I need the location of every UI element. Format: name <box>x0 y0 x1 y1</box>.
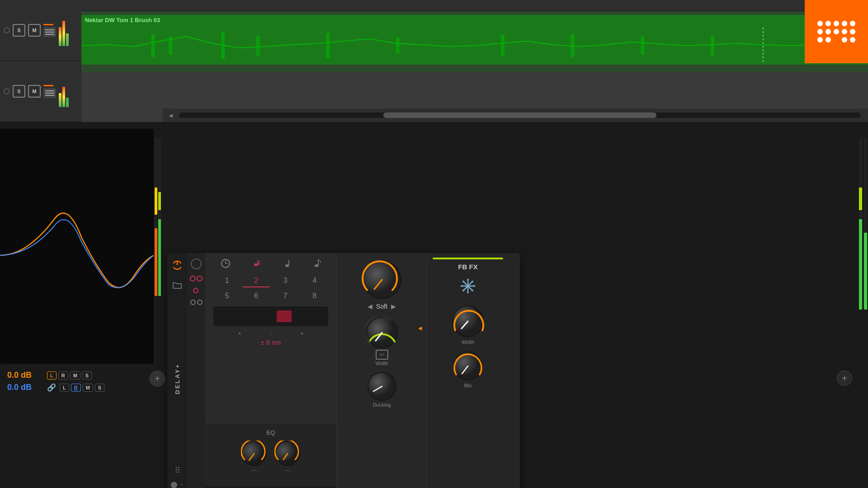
plugin-dots-button[interactable]: ⠿ <box>175 465 180 475</box>
svg-point-27 <box>285 264 289 267</box>
timeline-ruler <box>81 0 868 11</box>
plugin-key-button[interactable]: ⬤→ <box>170 481 184 488</box>
beat-5[interactable]: 5 <box>213 290 241 302</box>
beat-4[interactable]: 4 <box>301 275 329 287</box>
add-button-middle[interactable]: + <box>149 371 165 387</box>
eighth-note-icon[interactable] <box>314 258 321 270</box>
svg-point-23 <box>254 263 258 266</box>
ch-s-orange[interactable]: S <box>82 371 92 380</box>
freeze-icon[interactable] <box>433 278 503 296</box>
svg-point-47 <box>461 285 462 287</box>
width-knob-container: ◄ <box>341 316 422 366</box>
track1-menu[interactable] <box>43 27 56 37</box>
time-display: ± 6 ms <box>210 338 332 346</box>
track2-mute[interactable]: M <box>28 85 41 98</box>
dotted-note-icon[interactable] <box>252 258 262 270</box>
soft-knob[interactable] <box>362 259 402 300</box>
plugin-folder-button[interactable] <box>170 278 184 292</box>
ducking-knob-container: Ducking <box>341 371 422 408</box>
eq-section: EQ <box>205 424 336 485</box>
eq-knob2-container: ⌒ <box>274 441 301 479</box>
feedback-return-button[interactable]: ↩ <box>376 350 388 360</box>
scrollbar-thumb[interactable] <box>383 113 656 118</box>
daw-timeline: S M S M <box>0 0 868 122</box>
app-icon[interactable] <box>805 0 868 63</box>
ch-m-orange[interactable]: M <box>70 371 80 380</box>
beat-3[interactable]: 3 <box>272 275 299 287</box>
soft-next-button[interactable]: ▶ <box>391 303 396 310</box>
svg-rect-2 <box>221 32 225 59</box>
ch-r-blue[interactable]: R <box>71 384 81 392</box>
fbfx-width-knob[interactable] <box>452 305 484 338</box>
eq-label: EQ <box>210 429 332 436</box>
mix-label: Mix <box>464 383 472 388</box>
svg-rect-11 <box>0 129 154 364</box>
track1-solo[interactable]: S <box>13 24 25 37</box>
dots-grid <box>817 21 855 42</box>
link-circles[interactable] <box>190 276 203 282</box>
svg-rect-7 <box>571 34 575 57</box>
beat-2-active[interactable]: 2 <box>243 275 270 287</box>
svg-rect-61 <box>864 233 867 310</box>
svg-rect-6 <box>501 35 505 56</box>
fbfx-width-knob-container: Width <box>433 305 503 345</box>
sync-circle-button[interactable] <box>191 258 202 269</box>
bottom-controls: 0.0 dB L R M S 0.0 dB 🔗 L R M S <box>0 366 154 399</box>
rec-dot[interactable] <box>193 288 200 293</box>
soft-prev-button[interactable]: ◀ <box>368 303 373 310</box>
width-knob[interactable] <box>366 316 398 349</box>
add-button-right[interactable]: + <box>837 371 852 386</box>
delay-bar[interactable] <box>213 306 328 326</box>
ch-l-orange[interactable]: L <box>47 371 57 380</box>
width-arrow-button[interactable]: ◄ <box>417 324 423 332</box>
scroll-left-button[interactable]: ◀ <box>166 111 175 120</box>
beat-1[interactable]: 1 <box>213 275 241 287</box>
delay-arrow-3: ▲ <box>300 330 305 336</box>
svg-rect-9 <box>711 36 714 56</box>
eq-knob1[interactable] <box>241 441 267 467</box>
track2-vu <box>59 75 69 107</box>
left-side-meter <box>154 129 162 373</box>
track2-solo[interactable]: S <box>13 85 25 98</box>
svg-point-51 <box>472 281 473 282</box>
eq-knob1-container: ⌒ <box>241 441 267 479</box>
ch-m-blue[interactable]: M <box>83 384 93 392</box>
ch-r-orange[interactable]: R <box>58 371 68 380</box>
svg-rect-4 <box>326 33 330 58</box>
ducking-knob[interactable] <box>367 371 397 401</box>
track2-menu[interactable] <box>43 88 56 98</box>
mix-knob[interactable] <box>453 351 483 381</box>
svg-line-25 <box>258 261 260 262</box>
clock-icon[interactable] <box>221 258 231 270</box>
track1-mute[interactable]: M <box>28 24 41 37</box>
svg-point-48 <box>473 285 475 287</box>
track1-vu <box>59 14 69 46</box>
eq-knob2[interactable] <box>274 441 301 467</box>
plugin-power-button[interactable] <box>170 258 184 272</box>
delay-bar-fill <box>277 310 292 322</box>
svg-rect-58 <box>859 219 862 310</box>
width-label: Width <box>375 361 388 366</box>
beat-grid-bottom: 5 6 7 8 <box>210 290 332 302</box>
two-circles[interactable] <box>190 300 203 305</box>
svg-rect-8 <box>641 37 644 55</box>
level-row-blue: 0.0 dB 🔗 L R M S <box>7 383 146 392</box>
beat-6[interactable]: 6 <box>243 290 270 302</box>
fbfx-width-label: Width <box>462 339 474 345</box>
track1-lane: Nektar DW Tom 1 Brush 03 <box>81 11 868 72</box>
beat-8[interactable]: 8 <box>301 290 329 302</box>
svg-rect-13 <box>155 228 157 296</box>
svg-rect-14 <box>155 188 157 215</box>
plugin-right-panel: ◀ Soft ▶ ◄ <box>336 253 427 488</box>
delay-arrow-1: ▲ <box>237 330 242 336</box>
svg-rect-1 <box>169 37 172 55</box>
audio-clip[interactable]: Nektar DW Tom 1 Brush 03 <box>81 15 868 65</box>
link-icon[interactable]: 🔗 <box>47 383 56 392</box>
ch-s-blue[interactable]: S <box>95 384 104 392</box>
scrollbar-track[interactable] <box>179 113 861 118</box>
quarter-note-icon[interactable] <box>284 258 292 270</box>
ch-l-blue[interactable]: L <box>60 384 69 392</box>
beat-7[interactable]: 7 <box>272 290 299 302</box>
mix-knob-container: Mix <box>433 351 503 388</box>
track-row-2: S M <box>0 61 81 122</box>
